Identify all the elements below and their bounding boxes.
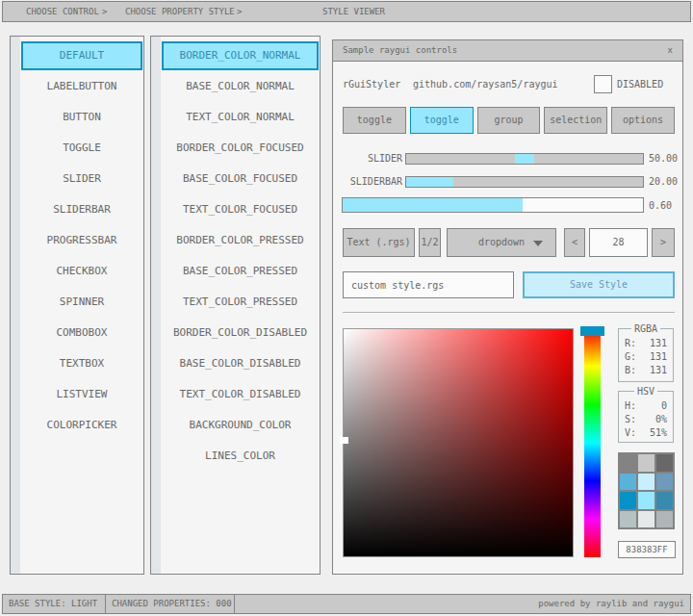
palette-swatch	[620, 474, 636, 491]
list-item-base-color-disabled[interactable]: BASE_COLOR_DISABLED	[162, 349, 319, 378]
text-rgs-button[interactable]: Text (.rgs)	[343, 228, 415, 257]
disabled-checkbox[interactable]	[594, 75, 612, 93]
chevron-down-icon	[533, 241, 543, 246]
palette-swatch	[656, 492, 673, 509]
divider	[343, 312, 675, 313]
list-item-base-color-focused[interactable]: BASE_COLOR_FOCUSED	[162, 165, 319, 193]
list-item-button[interactable]: BUTTON	[21, 103, 142, 132]
list-item-border-color-pressed[interactable]: BORDER_COLOR_PRESSED	[162, 226, 319, 255]
color-panel-cursor[interactable]	[340, 437, 348, 444]
dropdown-label: dropdown	[478, 237, 525, 247]
window-titlebar: Sample raygui controls x	[333, 40, 682, 62]
b-value: 131	[650, 364, 667, 377]
toggle-button[interactable]: group	[477, 107, 541, 134]
slider-value: 50.00	[649, 152, 678, 166]
list-item-base-color-pressed[interactable]: BASE_COLOR_PRESSED	[162, 257, 319, 286]
toggle-button[interactable]: toggle	[410, 107, 474, 134]
sliderbar-fill	[406, 177, 453, 187]
list-item-text-color-normal[interactable]: TEXT_COLOR_NORMAL	[162, 103, 319, 132]
properties-list-scrollbar[interactable]	[151, 37, 161, 574]
h-label: H:	[625, 399, 636, 413]
list-item-listview[interactable]: LISTVIEW	[21, 380, 142, 409]
list-item-text-color-focused[interactable]: TEXT_COLOR_FOCUSED	[162, 195, 319, 224]
style-palette-grid	[618, 452, 675, 529]
list-item-base-color-normal[interactable]: BASE_COLOR_NORMAL	[162, 72, 319, 101]
progressbar-fill	[343, 198, 523, 212]
hsv-groupbox: HSV H:0 S:0% V:51%	[618, 391, 674, 443]
page-toggle-button[interactable]: 1/2	[419, 228, 441, 257]
hue-bar[interactable]	[584, 328, 601, 557]
b-label: B:	[625, 364, 636, 377]
list-item-slider[interactable]: SLIDER	[21, 165, 142, 193]
v-value: 51%	[650, 426, 667, 440]
list-item-lines-color[interactable]: LINES_COLOR	[162, 442, 319, 471]
rgba-title: RGBA	[631, 323, 660, 334]
sliderbar[interactable]	[405, 176, 644, 188]
palette-swatch	[656, 511, 673, 528]
list-item-colorpicker[interactable]: COLORPICKER	[21, 411, 142, 440]
list-item-border-color-disabled[interactable]: BORDER_COLOR_DISABLED	[162, 319, 319, 347]
list-item-progressbar[interactable]: PROGRESSBAR	[21, 226, 142, 255]
properties-list-panel: BORDER_COLOR_NORMAL BASE_COLOR_NORMAL TE…	[150, 36, 321, 575]
g-value: 131	[650, 350, 667, 364]
h-value: 0	[661, 399, 667, 413]
toggle-button[interactable]: options	[611, 107, 675, 134]
list-item-text-color-pressed[interactable]: TEXT_COLOR_PRESSED	[162, 288, 319, 317]
controls-list-scrollbar[interactable]	[11, 37, 20, 574]
palette-swatch	[638, 454, 654, 472]
sample-controls-window: Sample raygui controls x rGuiStyler gith…	[332, 39, 683, 575]
list-item-labelbutton[interactable]: LABELBUTTON	[21, 72, 142, 101]
progressbar	[342, 197, 644, 213]
color-panel[interactable]	[343, 328, 574, 557]
status-base-style: BASE STYLE: LIGHT	[2, 594, 106, 614]
save-style-button[interactable]: Save Style	[523, 271, 675, 298]
slider-label: SLIDER	[343, 152, 402, 166]
spinner-increment-button[interactable]: >	[652, 228, 675, 257]
spinner-decrement-button[interactable]: <	[564, 228, 585, 257]
s-value: 0%	[655, 413, 667, 426]
disabled-checkbox-label: DISABLED	[617, 75, 663, 93]
progressbar-value: 0.60	[649, 199, 672, 213]
hue-bar-cursor[interactable]	[580, 326, 604, 336]
slider-handle[interactable]	[515, 154, 534, 164]
list-item-sliderbar[interactable]: SLIDERBAR	[21, 195, 142, 224]
app-name-label: rGuiStyler	[343, 75, 400, 93]
list-item-combobox[interactable]: COMBOBOX	[21, 319, 142, 347]
breadcrumb: CHOOSE CONTROL > CHOOSE PROPERTY STYLE >…	[2, 1, 691, 22]
hex-color-input[interactable]: 838383FF	[618, 541, 676, 558]
palette-swatch	[638, 492, 654, 509]
close-icon[interactable]: x	[664, 40, 677, 61]
slider[interactable]	[405, 153, 644, 165]
list-item-text-color-disabled[interactable]: TEXT_COLOR_DISABLED	[162, 380, 319, 409]
g-label: G:	[625, 350, 636, 364]
list-item-background-color[interactable]: BACKGROUND_COLOR	[162, 411, 319, 440]
controls-list-panel: DEFAULT LABELBUTTON BUTTON TOGGLE SLIDER…	[10, 36, 144, 575]
spinner-value-box[interactable]: 28	[589, 228, 648, 257]
toggle-button[interactable]: selection	[544, 107, 607, 134]
list-item-toggle[interactable]: TOGGLE	[21, 134, 142, 163]
v-label: V:	[625, 426, 636, 440]
filename-input[interactable]	[343, 271, 514, 298]
sliderbar-value: 20.00	[649, 175, 678, 189]
status-changed-properties: CHANGED PROPERTIES: 000	[105, 594, 235, 614]
palette-swatch	[620, 511, 636, 528]
list-item-border-color-normal[interactable]: BORDER_COLOR_NORMAL	[162, 41, 319, 70]
palette-swatch	[656, 454, 673, 472]
palette-swatch	[620, 492, 636, 509]
palette-swatch	[638, 511, 654, 528]
s-label: S:	[625, 413, 636, 426]
list-item-spinner[interactable]: SPINNER	[21, 288, 142, 317]
toggle-button[interactable]: toggle	[343, 107, 406, 134]
list-item-checkbox[interactable]: CHECKBOX	[21, 257, 142, 286]
breadcrumb-style-viewer: STYLE VIEWER	[322, 2, 385, 21]
sliderbar-label: SLIDERBAR	[343, 175, 402, 189]
chevron-right-icon: >	[102, 2, 107, 21]
list-item-border-color-focused[interactable]: BORDER_COLOR_FOCUSED	[162, 134, 319, 163]
palette-swatch	[656, 474, 673, 491]
palette-swatch	[638, 474, 654, 491]
rgba-groupbox: RGBA R:131 G:131 B:131	[618, 328, 674, 382]
list-item-textbox[interactable]: TEXTBOX	[21, 349, 142, 378]
dropdown[interactable]: dropdown	[447, 228, 556, 257]
list-item-default[interactable]: DEFAULT	[21, 41, 142, 70]
toggle-group: toggle toggle group selection options	[343, 107, 675, 134]
